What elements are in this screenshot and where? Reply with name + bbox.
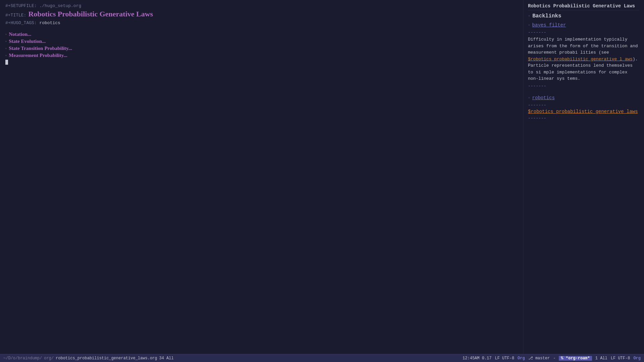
inline-link-1[interactable]: $robotics_probabilistic_generative_l aws [528,57,633,62]
status-line-info: 34 All [159,356,173,361]
backlinks-heading: ◦ Backlinks [528,13,639,19]
editor-pane[interactable]: #+SETUPFILE: ./hugo_setup.org #+TITLE: R… [0,0,523,354]
tags-prefix: #+HUGO_TAGS: [5,20,37,25]
backlink-bullet-robotics: ◦ [528,96,530,100]
outline-item-3: ◦ State Transition Probability... [5,46,518,51]
status-mode: Org [518,356,525,361]
backlink-item-bayes: ◦ bayes_filter [528,22,639,28]
outline-bullet-4: ◦ [5,53,7,58]
status-path-file: robotics_probabilistic_generative_laws.o… [56,356,157,361]
outline-bullet-1: ◦ [5,32,7,37]
status-bar: ~/D/o/braindump/org/robotics_probabilist… [0,354,644,362]
status-right: 12:45AM 0.17 LF UTF-8 Org ⎇ master - % *… [463,356,641,361]
backlink-item-robotics: ◦ robotics [528,95,639,101]
sidebar-window-title: Robotics Probabilistic Generative Laws [528,3,639,10]
backlinks-bullet: ◦ [528,14,530,18]
outline-items: ◦ Notation... ◦ State Evolution... ◦ Sta… [5,32,518,58]
separator-3: ------- [528,103,639,108]
outline-text-3: State Transition Probability... [9,46,72,51]
separator-4: ------- [528,116,639,121]
sidebar-pane: Robotics Probabilistic Generative Laws ◦… [523,0,644,354]
bayes-filter-link[interactable]: bayes_filter [532,22,566,28]
status-path-dir: org/ [44,356,54,361]
outline-text-2: State Evolution... [9,39,46,44]
status-right-encoding: LF UTF-8 [611,356,630,361]
outline-item-1: ◦ Notation... [5,32,518,37]
setupfile-line: #+SETUPFILE: ./hugo_setup.org [5,3,518,8]
cursor-line [5,60,518,65]
backlinks-label: Backlinks [532,13,561,19]
outline-bullet-3: ◦ [5,46,7,51]
outline-item-2: ◦ State Evolution... [5,39,518,44]
title-line: #+TITLE: Robotics Probabilistic Generati… [5,10,518,18]
status-right-mode: Org [633,356,641,361]
status-mode-indicator: % *org-roam* [559,356,592,361]
status-time: 12:45AM 0.17 [463,356,491,361]
status-encoding: LF UTF-8 [495,356,515,361]
inline-link-2-wrapper: $robotics_probabilistic_generative_laws [528,109,639,114]
inline-link-2[interactable]: $robotics_probabilistic_generative_laws [528,109,638,114]
status-separator-dash: - [553,356,555,361]
separator-1: ------- [528,30,639,35]
title-prefix: #+TITLE: [5,13,26,18]
backlink-text-before: Difficulty in implementation typically a… [528,37,638,55]
backlink-bullet-bayes: ◦ [528,23,530,27]
document-title: Robotics Probabilistic Generative Laws [28,10,153,18]
backlink-text-bayes: Difficulty in implementation typically a… [528,36,639,82]
outline-text-4: Measurement Probability... [9,53,67,58]
tags-value: robotics [39,20,60,25]
status-git: ⎇ master [528,356,550,361]
tags-line: #+HUGO_TAGS: robotics [5,20,518,25]
status-all-info: 1 All [595,356,607,361]
main-layout: #+SETUPFILE: ./hugo_setup.org #+TITLE: R… [0,0,644,354]
outline-text-1: Notation... [9,32,31,37]
status-path-prefix: ~/D/o/braindump/ [3,356,42,361]
sidebar-window-title-text: Robotics Probabilistic Generative Laws [528,3,635,9]
outline-item-4: ◦ Measurement Probability... [5,53,518,58]
outline-bullet-2: ◦ [5,39,7,44]
status-left: ~/D/o/braindump/org/robotics_probabilist… [3,356,174,361]
separator-2: ------- [528,83,639,88]
cursor-block [5,60,8,65]
robotics-link[interactable]: robotics [532,95,555,101]
